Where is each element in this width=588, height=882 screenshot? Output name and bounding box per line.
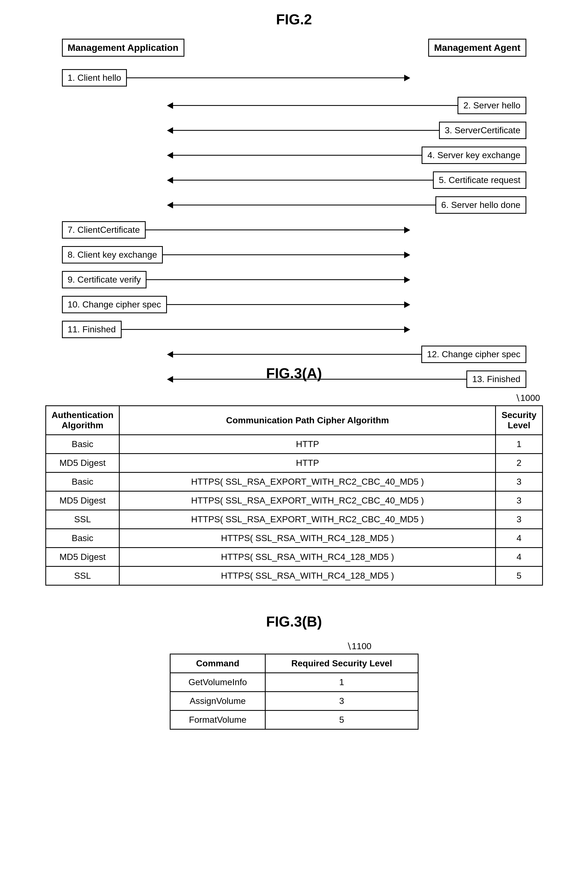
col-header-cipher: Communication Path Cipher Algorithm (119, 406, 496, 435)
left-header: Management Application (62, 39, 184, 57)
msg-box-3: 3. ServerCertificate (439, 122, 526, 139)
arrow-8 (163, 252, 410, 258)
arrow-4 (167, 152, 422, 159)
msg-row-7: 7. ClientCertificate (62, 221, 526, 238)
cell-level: 3 (496, 491, 542, 510)
arrow-1 (127, 75, 410, 81)
cell-level: 4 (496, 548, 542, 567)
table-row: FormatVolume 5 (170, 711, 418, 729)
fig3b-title: FIG.3(B) (16, 613, 572, 630)
msg-box-6: 6. Server hello done (435, 196, 526, 214)
fig3a-ref: ∖1000 (45, 393, 543, 403)
fig2-title: FIG.2 (16, 11, 572, 28)
right-header: Management Agent (428, 39, 526, 57)
cell-command: AssignVolume (170, 692, 266, 711)
cell-auth: SSL (46, 567, 119, 585)
table-row: AssignVolume 3 (170, 692, 418, 711)
col-header-req-level: Required Security Level (266, 654, 418, 673)
arrow-7 (146, 227, 410, 233)
arrow-2 (167, 102, 458, 109)
cell-auth: MD5 Digest (46, 491, 119, 510)
arrow-10 (167, 302, 410, 308)
cell-auth: Basic (46, 435, 119, 454)
msg-box-7: 7. ClientCertificate (62, 221, 146, 238)
cell-level: 3 (496, 510, 542, 529)
cell-level: 1 (496, 435, 542, 454)
cell-cipher: HTTP (119, 454, 496, 472)
cell-command: GetVolumeInfo (170, 673, 266, 692)
cell-cipher: HTTPS( SSL_RSA_WITH_RC4_128_MD5 ) (119, 548, 496, 567)
table-row: MD5 Digest HTTPS( SSL_RSA_WITH_RC4_128_M… (46, 548, 542, 567)
msg-row-4: 4. Server key exchange (62, 147, 526, 164)
cell-cipher: HTTPS( SSL_RSA_EXPORT_WITH_RC2_CBC_40_MD… (119, 472, 496, 491)
msg-box-1: 1. Client hello (62, 69, 127, 87)
cell-cipher: HTTPS( SSL_RSA_EXPORT_WITH_RC2_CBC_40_MD… (119, 491, 496, 510)
table-row: SSL HTTPS( SSL_RSA_WITH_RC4_128_MD5 ) 5 (46, 567, 542, 585)
cell-cipher: HTTP (119, 435, 496, 454)
msg-row-3: 3. ServerCertificate (62, 122, 526, 139)
cell-auth: SSL (46, 510, 119, 529)
arrow-13 (167, 376, 466, 382)
cell-req-level: 1 (266, 673, 418, 692)
fig3b-ref: ∖1100 (45, 641, 543, 651)
msg-row-11: 11. Finished (62, 321, 526, 338)
msg-row-10: 10. Change cipher spec (62, 296, 526, 313)
fig3a-table: AuthenticationAlgorithm Communication Pa… (45, 405, 543, 586)
cell-auth: Basic (46, 472, 119, 491)
table-row: MD5 Digest HTTPS( SSL_RSA_EXPORT_WITH_RC… (46, 491, 542, 510)
msg-box-2: 2. Server hello (458, 97, 526, 114)
arrow-5 (167, 177, 433, 184)
msg-row-5: 5. Certificate request (62, 171, 526, 189)
msg-row-13: 13. Finished (62, 370, 526, 388)
msg-row-6: 6. Server hello done (62, 196, 526, 214)
fig3b-table: Command Required Security Level GetVolum… (170, 654, 418, 730)
cell-level: 4 (496, 529, 542, 548)
table-header-row: Command Required Security Level (170, 654, 418, 673)
cell-cipher: HTTPS( SSL_RSA_WITH_RC4_128_MD5 ) (119, 529, 496, 548)
msg-row-12: 12. Change cipher spec (62, 346, 526, 363)
table-row: GetVolumeInfo 1 (170, 673, 418, 692)
msg-row-1: 1. Client hello (62, 69, 526, 87)
msg-box-9: 9. Certificate verify (62, 271, 147, 288)
msg-box-13: 13. Finished (466, 370, 526, 388)
arrow-6 (167, 202, 436, 208)
msg-row-9: 9. Certificate verify (62, 271, 526, 288)
table-row: MD5 Digest HTTP 2 (46, 454, 542, 472)
table-header-row: AuthenticationAlgorithm Communication Pa… (46, 406, 542, 435)
msg-row-8: 8. Client key exchange (62, 246, 526, 264)
cell-req-level: 5 (266, 711, 418, 729)
msg-box-11: 11. Finished (62, 321, 122, 338)
arrow-9 (147, 276, 410, 283)
msg-box-10: 10. Change cipher spec (62, 296, 167, 313)
table-row: Basic HTTPS( SSL_RSA_WITH_RC4_128_MD5 ) … (46, 529, 542, 548)
msg-box-12: 12. Change cipher spec (421, 346, 526, 363)
msg-box-5: 5. Certificate request (433, 171, 526, 189)
col-header-auth: AuthenticationAlgorithm (46, 406, 119, 435)
fig2-diagram: Management Application Management Agent … (45, 39, 543, 338)
arrow-12 (167, 351, 421, 358)
cell-level: 3 (496, 472, 542, 491)
cell-auth: MD5 Digest (46, 548, 119, 567)
cell-level: 2 (496, 454, 542, 472)
table-row: Basic HTTP 1 (46, 435, 542, 454)
msg-box-4: 4. Server key exchange (422, 147, 526, 164)
arrow-3 (167, 127, 439, 134)
msg-row-2: 2. Server hello (62, 97, 526, 114)
table-row: SSL HTTPS( SSL_RSA_EXPORT_WITH_RC2_CBC_4… (46, 510, 542, 529)
cell-cipher: HTTPS( SSL_RSA_EXPORT_WITH_RC2_CBC_40_MD… (119, 510, 496, 529)
col-header-command: Command (170, 654, 266, 673)
cell-command: FormatVolume (170, 711, 266, 729)
arrow-11 (122, 326, 410, 333)
cell-req-level: 3 (266, 692, 418, 711)
cell-auth: Basic (46, 529, 119, 548)
table-row: Basic HTTPS( SSL_RSA_EXPORT_WITH_RC2_CBC… (46, 472, 542, 491)
cell-cipher: HTTPS( SSL_RSA_WITH_RC4_128_MD5 ) (119, 567, 496, 585)
cell-level: 5 (496, 567, 542, 585)
msg-box-8: 8. Client key exchange (62, 246, 163, 264)
cell-auth: MD5 Digest (46, 454, 119, 472)
col-header-security: SecurityLevel (496, 406, 542, 435)
